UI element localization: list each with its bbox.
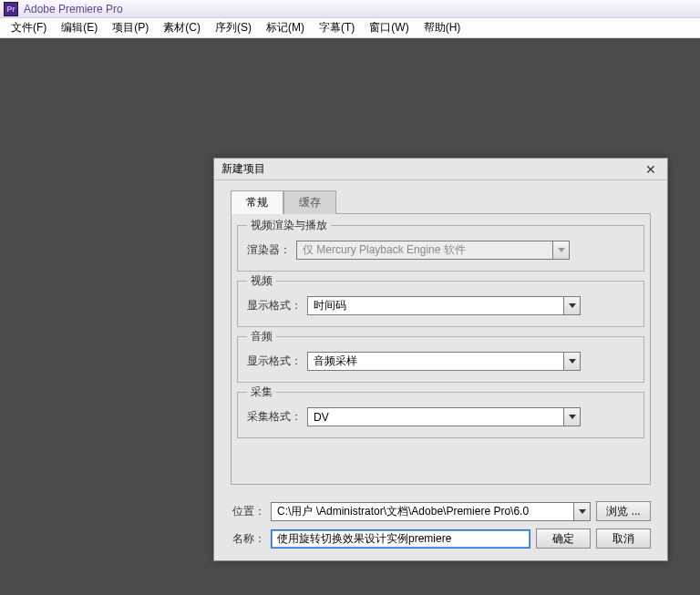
audio-format-label: 显示格式： — [247, 354, 302, 369]
chevron-down-icon[interactable] — [573, 503, 590, 520]
menu-window[interactable]: 窗口(W) — [362, 18, 416, 37]
cancel-button[interactable]: 取消 — [596, 528, 651, 549]
menu-marker[interactable]: 标记(M) — [259, 18, 312, 37]
capture-format-value: DV — [308, 411, 563, 424]
name-label: 名称： — [231, 531, 265, 547]
group-capture: 采集 采集格式： DV — [237, 392, 644, 438]
chevron-down-icon[interactable] — [563, 353, 580, 370]
group-video-legend: 视频 — [247, 273, 276, 289]
group-video-rendering-legend: 视频渲染与播放 — [247, 218, 331, 233]
dialog-body: 常规 缓存 视频渲染与播放 渲染器： 仅 Mercury Playback En… — [214, 180, 667, 492]
group-video: 视频 显示格式： 时间码 — [237, 281, 644, 327]
capture-format-label: 采集格式： — [247, 409, 302, 425]
chevron-down-icon — [552, 241, 569, 259]
titlebar: Pr Adobe Premiere Pro — [0, 0, 700, 18]
menu-project[interactable]: 项目(P) — [105, 18, 156, 37]
menubar: 文件(F) 编辑(E) 项目(P) 素材(C) 序列(S) 标记(M) 字幕(T… — [0, 18, 700, 38]
tab-pane-general: 视频渲染与播放 渲染器： 仅 Mercury Playback Engine 软… — [231, 213, 651, 485]
menu-help[interactable]: 帮助(H) — [417, 18, 468, 37]
dialog-title: 新建项目 — [221, 161, 265, 177]
renderer-value: 仅 Mercury Playback Engine 软件 — [297, 242, 552, 258]
workspace: 新建项目 ✕ 常规 缓存 视频渲染与播放 渲染器： 仅 Mercury Play… — [0, 38, 700, 595]
menu-file[interactable]: 文件(F) — [4, 18, 54, 37]
browse-button[interactable]: 浏览 ... — [596, 501, 651, 521]
dialog-bottom: 位置： C:\用户 \Administrator\文档\Adobe\Premie… — [214, 492, 667, 549]
video-format-select[interactable]: 时间码 — [307, 296, 581, 315]
tab-general[interactable]: 常规 — [231, 190, 283, 214]
group-audio: 音频 显示格式： 音频采样 — [237, 336, 644, 383]
renderer-label: 渲染器： — [247, 242, 291, 258]
group-capture-legend: 采集 — [247, 385, 276, 400]
group-audio-legend: 音频 — [247, 329, 276, 344]
tab-strip: 常规 缓存 — [231, 190, 651, 213]
tab-scratch-disks[interactable]: 缓存 — [283, 190, 336, 214]
audio-format-select[interactable]: 音频采样 — [307, 352, 581, 371]
chevron-down-icon[interactable] — [563, 297, 580, 314]
video-format-label: 显示格式： — [247, 298, 302, 313]
menu-edit[interactable]: 编辑(E) — [54, 18, 105, 37]
renderer-select: 仅 Mercury Playback Engine 软件 — [296, 241, 570, 260]
new-project-dialog: 新建项目 ✕ 常规 缓存 视频渲染与播放 渲染器： 仅 Mercury Play… — [213, 158, 668, 561]
chevron-down-icon[interactable] — [563, 408, 580, 426]
video-format-value: 时间码 — [308, 298, 563, 313]
location-select[interactable]: C:\用户 \Administrator\文档\Adobe\Premiere P… — [271, 502, 591, 521]
close-icon[interactable]: ✕ — [642, 162, 660, 177]
menu-sequence[interactable]: 序列(S) — [208, 18, 259, 37]
location-value: C:\用户 \Administrator\文档\Adobe\Premiere P… — [272, 504, 573, 519]
ok-button[interactable]: 确定 — [536, 528, 591, 549]
capture-format-select[interactable]: DV — [307, 407, 581, 426]
group-video-rendering: 视频渲染与播放 渲染器： 仅 Mercury Playback Engine 软… — [237, 225, 644, 272]
app-title: Adobe Premiere Pro — [24, 3, 123, 15]
location-label: 位置： — [231, 504, 265, 519]
app-icon: Pr — [4, 2, 18, 16]
name-input[interactable] — [271, 529, 530, 549]
menu-clip[interactable]: 素材(C) — [156, 18, 208, 37]
audio-format-value: 音频采样 — [308, 354, 563, 369]
dialog-titlebar: 新建项目 ✕ — [214, 159, 667, 180]
menu-title[interactable]: 字幕(T) — [312, 18, 362, 37]
